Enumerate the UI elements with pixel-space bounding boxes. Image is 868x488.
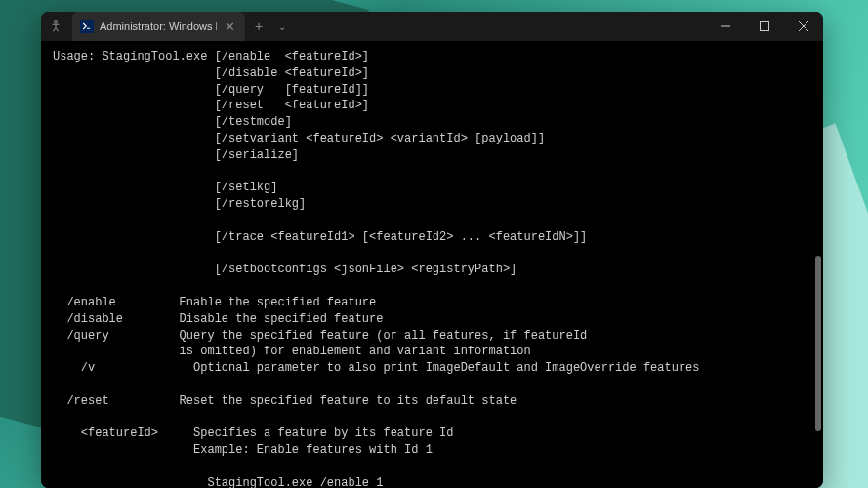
output-line: Usage: StagingTool.exe [/enable <feature…	[53, 50, 369, 63]
svg-point-0	[55, 20, 58, 23]
tab-active[interactable]: Administrator: Windows Powe ✕	[72, 12, 245, 41]
output-line: Example: Enable features with Id 1	[53, 443, 433, 457]
tab-dropdown-icon[interactable]: ⌄	[272, 21, 292, 32]
tab-title: Administrator: Windows Powe	[100, 20, 217, 32]
accessibility-icon[interactable]	[41, 12, 70, 41]
svg-rect-3	[761, 22, 769, 31]
output-line: StagingTool.exe /enable 1	[53, 476, 383, 488]
minimize-button[interactable]	[706, 12, 745, 41]
output-line: /enable Enable the specified feature	[53, 296, 376, 309]
output-line: /query Query the specified feature (or a…	[53, 329, 587, 343]
output-line: <featureId> Specifies a feature by its f…	[53, 427, 453, 440]
terminal-window: Administrator: Windows Powe ✕ + ⌄ Usage:…	[41, 12, 823, 488]
output-line: [/setvariant <featureId> <variantId> [pa…	[53, 132, 545, 145]
output-line: [/query [featureId]]	[53, 83, 369, 97]
output-line: [/reset <featureId>]	[53, 99, 369, 112]
new-tab-button[interactable]: +	[245, 19, 272, 34]
output-line: /disable Disable the specified feature	[53, 312, 383, 326]
scrollbar-thumb[interactable]	[815, 256, 821, 431]
output-line: [/setbootconfigs <jsonFile> <registryPat…	[53, 263, 517, 276]
output-line: is omitted) for enablement and variant i…	[53, 345, 531, 358]
output-line: [/serialize]	[53, 148, 299, 162]
output-line: [/setlkg]	[53, 181, 277, 194]
maximize-button[interactable]	[745, 12, 784, 41]
tab-close-icon[interactable]: ✕	[223, 20, 237, 34]
close-button[interactable]	[784, 12, 823, 41]
powershell-icon	[80, 20, 94, 33]
output-line: /reset Reset the specified feature to it…	[53, 394, 517, 408]
titlebar[interactable]: Administrator: Windows Powe ✕ + ⌄	[41, 12, 823, 41]
window-controls	[706, 12, 823, 41]
output-line: /v Optional parameter to also print Imag…	[53, 361, 700, 375]
output-line: [/restorelkg]	[53, 197, 306, 211]
terminal-output[interactable]: Usage: StagingTool.exe [/enable <feature…	[41, 41, 823, 488]
output-line: [/disable <featureId>]	[53, 66, 369, 80]
output-line: [/testmode]	[53, 115, 292, 129]
output-line: [/trace <featureId1> [<featureId2> ... <…	[53, 230, 587, 244]
